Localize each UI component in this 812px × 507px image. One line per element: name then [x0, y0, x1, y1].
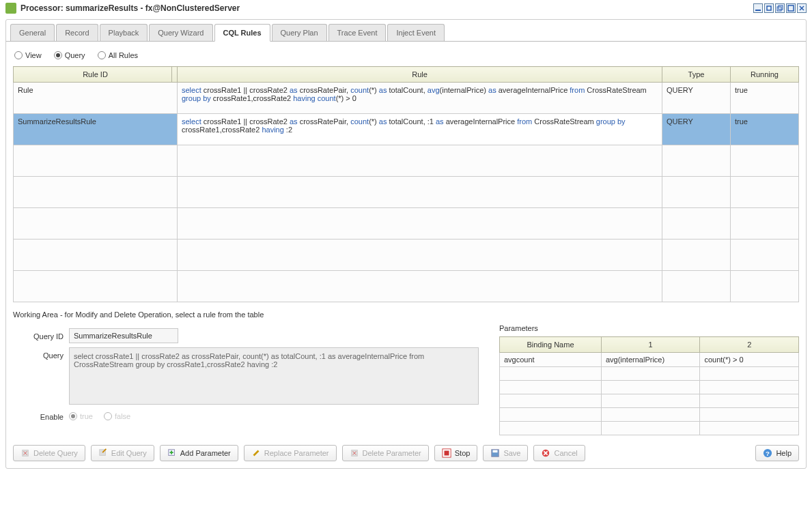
main-panel: GeneralRecordPlaybackQuery WizardCQL Rul… [5, 19, 807, 469]
add-parameter-button[interactable]: Add Parameter [160, 445, 238, 461]
parameters-table[interactable]: Binding Name 1 2 avgcountavg(internalPri… [499, 336, 799, 435]
minimize-button[interactable] [753, 3, 763, 13]
query-id-label: Query ID [13, 328, 69, 343]
col-rule[interactable]: Rule [178, 67, 662, 83]
tab-playback[interactable]: Playback [100, 24, 148, 41]
svg-text:?: ? [766, 450, 770, 457]
stop-button[interactable]: Stop [434, 445, 478, 461]
radio-enable-false[interactable]: false [104, 412, 130, 420]
table-row[interactable] [14, 208, 799, 240]
table-row[interactable] [500, 367, 799, 381]
maximize-button[interactable] [786, 3, 796, 13]
radio-view-label: View [25, 51, 42, 59]
svg-rect-2 [777, 7, 781, 11]
param-col-name[interactable]: Binding Name [500, 337, 602, 353]
tab-general[interactable]: General [10, 24, 55, 41]
title-bar: Processor: summarizeResults - fx@NonClus… [0, 0, 812, 16]
table-row[interactable]: SummarizeResultsRuleselect crossRate1 ||… [14, 114, 799, 145]
radio-view[interactable]: View [14, 51, 42, 59]
replace-parameter-button[interactable]: Replace Parameter [244, 445, 337, 461]
table-row[interactable] [500, 422, 799, 435]
save-button[interactable]: Save [483, 445, 528, 461]
edit-query-button[interactable]: Edit Query [91, 445, 154, 461]
table-row[interactable] [14, 145, 799, 177]
query-label: Query [13, 347, 69, 405]
rules-table[interactable]: Rule ID Rule Type Running Ruleselect cro… [13, 66, 799, 302]
tab-trace-event[interactable]: Trace Event [328, 24, 387, 41]
radio-enable-true[interactable]: true [69, 412, 93, 420]
filter-radios: View Query All Rules [13, 48, 799, 66]
table-row[interactable]: Ruleselect crossRate1 || crossRate2 as c… [14, 83, 799, 114]
tab-content: View Query All Rules Rule ID Rule Type R… [6, 41, 806, 468]
col-type[interactable]: Type [662, 67, 731, 83]
param-col-2[interactable]: 2 [700, 337, 799, 353]
param-col-1[interactable]: 1 [601, 337, 700, 353]
svg-rect-20 [493, 450, 498, 453]
table-row[interactable] [14, 271, 799, 302]
button-row: Delete Query Edit Query Add Parameter Re… [13, 445, 799, 461]
table-row[interactable]: avgcountavg(internalPrice)count(*) > 0 [500, 353, 799, 367]
radio-allrules-label: All Rules [109, 51, 138, 59]
close-button[interactable] [797, 3, 807, 13]
svg-rect-0 [755, 10, 761, 11]
table-row[interactable] [500, 408, 799, 422]
cancel-button[interactable]: Cancel [533, 445, 585, 461]
tab-record[interactable]: Record [56, 24, 98, 41]
svg-rect-1 [767, 6, 771, 10]
window-title: Processor: summarizeResults - fx@NonClus… [20, 3, 240, 13]
working-area-label: Working Area - for Modify and Delete Ope… [13, 310, 799, 319]
parameters-label: Parameters [499, 324, 799, 332]
help-button[interactable]: ?Help [755, 445, 799, 461]
app-icon [5, 3, 16, 14]
table-row[interactable] [500, 394, 799, 408]
tab-query-plan[interactable]: Query Plan [272, 24, 327, 41]
query-textarea[interactable]: select crossRate1 || crossRate2 as cross… [69, 347, 479, 405]
radio-query-label: Query [65, 51, 85, 59]
delete-query-button[interactable]: Delete Query [13, 445, 85, 461]
table-row[interactable] [500, 381, 799, 394]
delete-parameter-button[interactable]: Delete Parameter [342, 445, 429, 461]
tab-query-wizard[interactable]: Query Wizard [149, 24, 212, 41]
enable-label: Enable [13, 409, 69, 421]
svg-rect-18 [444, 451, 449, 456]
col-rule-id[interactable]: Rule ID [14, 67, 178, 83]
svg-rect-4 [788, 5, 794, 11]
query-id-input[interactable]: SummarizeResultsRule [69, 328, 178, 343]
radio-query[interactable]: Query [54, 51, 85, 59]
table-row[interactable] [14, 177, 799, 208]
restore-button[interactable] [775, 3, 785, 13]
table-row[interactable] [14, 240, 799, 271]
tab-bar: GeneralRecordPlaybackQuery WizardCQL Rul… [6, 20, 806, 41]
svg-rect-3 [779, 5, 783, 10]
radio-all-rules[interactable]: All Rules [98, 51, 138, 59]
tab-cql-rules[interactable]: CQL Rules [214, 24, 270, 42]
col-running[interactable]: Running [731, 67, 799, 83]
tab-inject-event[interactable]: Inject Event [387, 24, 444, 41]
restore-down-button[interactable] [764, 3, 774, 13]
